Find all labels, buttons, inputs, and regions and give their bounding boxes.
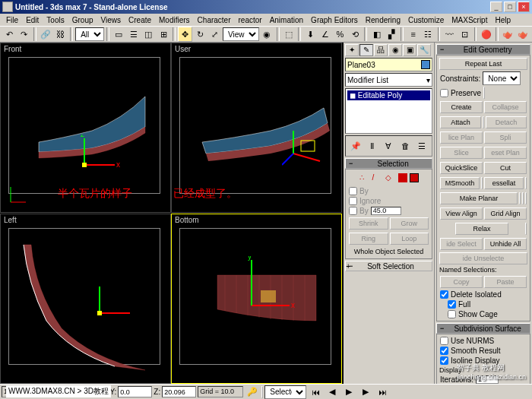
viewport-user[interactable]: User 已经成型了。: [171, 43, 342, 213]
refcoord-dropdown[interactable]: View: [223, 27, 259, 41]
configure-icon[interactable]: ☰: [414, 138, 429, 154]
menu-maxscript[interactable]: MAXScript: [448, 16, 490, 24]
stack-editable-poly[interactable]: ◼ Editable Poly: [347, 90, 430, 100]
menu-group[interactable]: Group: [69, 16, 97, 24]
delete-isolated-check[interactable]: [440, 290, 448, 299]
rollout-edit-geometry[interactable]: Edit Geometry: [436, 44, 530, 55]
window-crossing-icon[interactable]: ⊞: [157, 27, 171, 42]
hide-selected-button[interactable]: ide Select: [440, 238, 483, 250]
menu-create[interactable]: Create: [125, 16, 154, 24]
rollout-selection[interactable]: Selection: [345, 158, 432, 169]
edge-icon[interactable]: /: [372, 173, 383, 184]
menu-tools[interactable]: Tools: [43, 16, 67, 24]
key-icon[interactable]: 🔑: [245, 385, 260, 400]
menu-edit[interactable]: Edit: [23, 16, 42, 24]
menu-modifiers[interactable]: Modifiers: [156, 16, 193, 24]
material-icon[interactable]: 🔴: [479, 27, 493, 42]
y-coord-input[interactable]: [118, 386, 152, 397]
scale-icon[interactable]: ⤢: [207, 27, 222, 42]
menu-animation[interactable]: Animation: [267, 16, 306, 24]
grid-align-button[interactable]: Grid Align: [484, 207, 527, 220]
move-icon[interactable]: ✥: [178, 27, 192, 42]
planar-z[interactable]: Z: [525, 192, 527, 204]
view-align-button[interactable]: View Align: [440, 207, 483, 220]
menu-grapheditors[interactable]: Graph Editors: [308, 16, 361, 24]
modifier-list-dropdown[interactable]: Modifier List▾: [345, 73, 432, 87]
rollout-soft-selection[interactable]: +Soft Selection: [345, 261, 432, 271]
render-scene-icon[interactable]: 🫖: [501, 27, 515, 42]
paste-button[interactable]: Paste: [484, 276, 527, 288]
use-nurms-check[interactable]: [440, 337, 448, 345]
goto-end-icon[interactable]: ⏭: [375, 385, 390, 400]
unhide-all-button[interactable]: Unhide All: [484, 238, 527, 250]
menu-file[interactable]: File: [3, 16, 21, 24]
selection-filter-dropdown[interactable]: All: [75, 27, 104, 41]
snap-icon[interactable]: ⬇: [303, 27, 318, 42]
angle-input[interactable]: [371, 207, 401, 215]
center-icon[interactable]: ◉: [260, 27, 274, 42]
z-coord-input[interactable]: [162, 386, 196, 397]
tab-motion-icon[interactable]: ◉: [388, 44, 402, 56]
undo-icon[interactable]: ↶: [2, 27, 17, 42]
collapse-button[interactable]: Collapse: [484, 101, 527, 113]
modifier-stack[interactable]: ◼ Editable Poly: [345, 88, 432, 134]
remove-mod-icon[interactable]: 🗑: [397, 138, 413, 154]
slice-plane-button[interactable]: lice Plan: [440, 131, 483, 144]
grow-button[interactable]: Grow: [390, 217, 429, 230]
cut-button[interactable]: Cut: [484, 162, 527, 174]
pin-stack-icon[interactable]: 📌: [348, 138, 363, 154]
unlink-icon[interactable]: ⛓: [54, 27, 68, 42]
select-icon[interactable]: ▭: [112, 27, 126, 42]
tessellate-button[interactable]: essellat: [484, 177, 524, 189]
detach-button[interactable]: Detach: [486, 116, 527, 128]
attach-button[interactable]: Attach: [440, 116, 481, 128]
menu-reactor[interactable]: reactor: [236, 16, 265, 24]
border-icon[interactable]: ◇: [385, 173, 396, 184]
angle-snap-icon[interactable]: ∠: [318, 27, 333, 42]
menu-rendering[interactable]: Rendering: [363, 16, 404, 24]
viewport-front[interactable]: Front x z 半个瓦片的样子: [0, 43, 171, 213]
select-name-icon[interactable]: ☰: [127, 27, 141, 42]
smooth-result-check[interactable]: [440, 347, 448, 355]
close-button[interactable]: ×: [518, 2, 530, 12]
copy-button[interactable]: Copy: [440, 276, 483, 288]
tab-display-icon[interactable]: ▣: [403, 44, 416, 56]
hide-unselected-button[interactable]: ide Unselecte: [439, 252, 527, 264]
percent-snap-icon[interactable]: %: [333, 27, 347, 42]
polygon-icon[interactable]: [398, 173, 407, 182]
redo-icon[interactable]: ↷: [17, 27, 32, 42]
select-region-icon[interactable]: ◫: [141, 27, 156, 42]
element-icon[interactable]: [410, 173, 419, 182]
menu-views[interactable]: Views: [98, 16, 125, 24]
quickslice-button[interactable]: QuickSlice: [440, 162, 483, 174]
viewport-left[interactable]: Left: [0, 214, 171, 384]
repeat-last-button[interactable]: Repeat Last: [439, 58, 527, 70]
planar-y[interactable]: Y: [522, 192, 524, 204]
mirror-icon[interactable]: ▞: [385, 27, 399, 42]
rollout-subdiv[interactable]: Subdivision Surface: [436, 323, 530, 334]
schematic-icon[interactable]: ⊡: [458, 27, 472, 42]
spinner-snap-icon[interactable]: ⟲: [348, 27, 363, 42]
show-result-icon[interactable]: Ⅱ: [365, 138, 380, 154]
msmooth-button[interactable]: MSmooth: [440, 177, 480, 189]
viewport-bottom[interactable]: Bottom x y: [171, 214, 342, 384]
menu-character[interactable]: Character: [195, 16, 234, 24]
by-angle-check[interactable]: [349, 207, 357, 215]
next-frame-icon[interactable]: ▶: [358, 385, 373, 400]
split-button[interactable]: Spli: [484, 131, 527, 144]
tab-create-icon[interactable]: ✦: [345, 44, 359, 56]
isoline-check[interactable]: [440, 356, 448, 365]
planar-x[interactable]: X: [519, 192, 521, 204]
menu-help[interactable]: Help: [492, 16, 514, 24]
align-icon[interactable]: ≡: [406, 27, 420, 42]
shrink-button[interactable]: Shrink: [349, 217, 388, 230]
object-name-input[interactable]: Plane03: [345, 58, 432, 71]
tab-utilities-icon[interactable]: 🔧: [417, 44, 431, 56]
tab-modify-icon[interactable]: ✎: [359, 44, 373, 56]
relax-button[interactable]: Relax: [455, 223, 508, 235]
autokey-button[interactable]: uto Key: [261, 386, 263, 398]
make-planar-button[interactable]: Make Planar: [440, 192, 518, 204]
preserve-uvs-check[interactable]: [440, 89, 448, 97]
loop-button[interactable]: Loop: [390, 233, 429, 245]
maximize-button[interactable]: □: [504, 2, 516, 12]
